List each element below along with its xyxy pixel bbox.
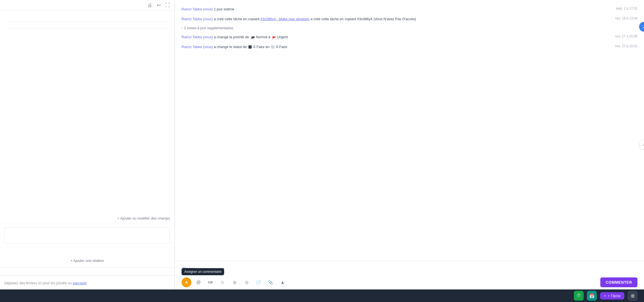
plus-icon: + — [604, 294, 606, 298]
expand-icon[interactable]: ⛶ — [165, 2, 170, 8]
user-link-1[interactable]: Ramzi Tabka (vous) — [182, 7, 213, 11]
grid-button[interactable]: ⊞ — [628, 291, 637, 301]
record-button[interactable]: ⊙ — [242, 277, 251, 287]
timer-button[interactable]: ⏱ — [574, 291, 584, 301]
user-link-4[interactable]: Ramzi Tabka (vous) — [182, 35, 213, 39]
add-relation-section: + Ajouter une relation — [0, 254, 174, 268]
activity-item-priority: Ramzi Tabka (vous) a changé la priorité … — [182, 32, 637, 42]
field-row-1 — [4, 15, 170, 22]
add-modify-link[interactable]: + Ajouter ou modifier des champs — [117, 216, 170, 220]
emoji-button[interactable]: ☺ — [218, 277, 227, 287]
mention-button[interactable]: @ — [194, 277, 203, 287]
drive-button[interactable]: ▲ — [278, 277, 287, 287]
doc-icon: 📄 — [256, 280, 261, 285]
status-dot-from — [248, 45, 252, 49]
activity-content-priority: Ramzi Tabka (vous) a changé la priorité … — [182, 34, 611, 40]
comment-section: @tango Assigner un commentaire A @ GIF ☺ — [175, 261, 644, 289]
left-toolbar: 🖨 ↩ ⛶ — [0, 0, 174, 11]
assign-btn-wrapper: Assigner un commentaire A — [182, 277, 191, 287]
activity-item-estimate: Ramzi Tabka (vous) 1 jour estimé sept. 2… — [182, 4, 637, 14]
calendar-icon: 📅 — [589, 293, 595, 298]
user-link-5[interactable]: Ramzi Tabka (vous) — [182, 45, 213, 49]
emoji-icon: ☺ — [220, 280, 225, 285]
left-content — [0, 11, 174, 213]
field-row-2 — [4, 22, 170, 29]
comment-toolbar: Assigner un commentaire A @ GIF ☺ ⊘ ⊙ — [182, 275, 637, 289]
gif-button[interactable]: GIF — [206, 277, 215, 287]
activity-content-created: Ramzi Tabka (vous) a créé cette tâche en… — [182, 16, 611, 22]
drop-zone: Déposez des fichiers ici pour les joindr… — [0, 277, 174, 289]
grid-icon: ⊞ — [631, 293, 634, 298]
history-icon[interactable]: ↩ — [157, 2, 161, 8]
right-panel: › ✓ Ramzi Tabka (vous) 1 jour estimé sep… — [175, 0, 644, 289]
bottom-bar: ⏱ 📅 + + Tâche ⊞ — [0, 289, 644, 302]
activity-pre-5: a changé le statut de — [214, 45, 248, 49]
add-modify-section: + Ajouter ou modifier des champs — [0, 213, 174, 224]
activity-post-2: a créé cette tâche en copiant #3c086y4 (… — [310, 17, 416, 21]
attach-button[interactable]: 📎 — [266, 277, 275, 287]
activity-feed: Ramzi Tabka (vous) 1 jour estimé sept. 2… — [175, 0, 644, 261]
priority-to: Urgent — [277, 35, 288, 39]
activity-text-1: 1 jour estimé — [214, 7, 234, 11]
activity-en-label: en — [266, 45, 271, 49]
activity-content-status: Ramzi Tabka (vous) a changé le statut de… — [182, 44, 611, 50]
activity-pre-4: a changé la priorité de — [214, 35, 250, 39]
drive-icon: ▲ — [280, 280, 285, 285]
activity-item-created: Ramzi Tabka (vous) a créé cette tâche en… — [182, 14, 637, 24]
timestamp-2: nov. 16 à 13:44 — [615, 16, 637, 20]
strikethrough-button[interactable]: ⊘ — [230, 277, 239, 287]
task-link[interactable]: #3c086y4 - Make rear windows — [260, 17, 310, 21]
comment-text[interactable]: @tango — [182, 264, 637, 275]
add-task-label: + Tâche — [608, 294, 621, 298]
user-link-2[interactable]: Ramzi Tabka (vous) — [182, 17, 213, 21]
print-icon[interactable]: 🖨 — [147, 2, 152, 8]
description-input[interactable] — [4, 227, 170, 244]
browse-link[interactable]: parcourir — [73, 281, 87, 285]
status-to: À Faire — [276, 45, 287, 49]
flag-urgent-icon: 🚩 — [272, 35, 276, 39]
chevron-icon: › — [182, 26, 182, 29]
activity-pre-2: a créé cette tâche en copiant — [214, 17, 260, 21]
more-updates[interactable]: › 2 mises à jour supplémentaires — [182, 24, 637, 32]
timer-icon: ⏱ — [577, 293, 581, 298]
priority-from: Normal — [256, 35, 267, 39]
strikethrough-icon: ⊘ — [233, 280, 236, 285]
record-icon: ⊙ — [245, 280, 248, 285]
gif-icon: GIF — [208, 281, 213, 284]
add-task-button[interactable]: + + Tâche — [600, 292, 624, 300]
timestamp-1: sept. 2 à 17:02 — [616, 7, 637, 10]
status-dot-to — [271, 45, 274, 49]
timestamp-4: nov. 27 à 20:30 — [615, 34, 637, 38]
commenter-button[interactable]: COMMENTER — [600, 277, 637, 287]
doc-button[interactable]: 📄 — [254, 277, 263, 287]
left-panel: 🖨 ↩ ⛶ + Ajouter ou modifier des champs +… — [0, 0, 175, 289]
flag-normal-icon: 🏴 — [251, 35, 254, 39]
status-from: À Faire — [253, 45, 265, 49]
drop-zone-text: Déposez des fichiers ici pour les joindr… — [4, 281, 73, 285]
activity-to-label: à — [268, 35, 271, 39]
attach-icon: 📎 — [268, 280, 273, 285]
text-area-section — [0, 224, 174, 247]
more-updates-label: 2 mises à jour supplémentaires — [184, 26, 233, 30]
activity-content-estimate: Ramzi Tabka (vous) 1 jour estimé — [182, 7, 612, 12]
timestamp-5: nov. 27 à 20:31 — [615, 44, 637, 48]
assign-button[interactable]: A — [182, 277, 191, 287]
calendar-button[interactable]: 📅 — [587, 291, 597, 301]
mention-icon: @ — [196, 280, 201, 285]
activity-item-status: Ramzi Tabka (vous) a changé le statut de… — [182, 42, 637, 52]
add-relation-link[interactable]: + Ajouter une relation — [70, 259, 104, 263]
